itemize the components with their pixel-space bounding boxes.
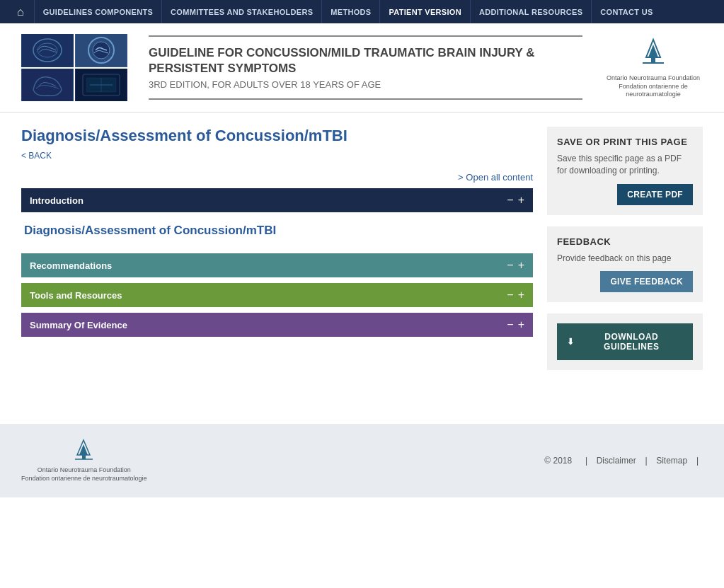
main-content: Diagnosis/Assessment of Concussion/mTBI … (21, 127, 533, 381)
svg-rect-12 (651, 57, 655, 63)
footer-links: © 2018 | Disclaimer | Sitemap | (540, 456, 703, 466)
disclaimer-link[interactable]: Disclaimer (597, 456, 636, 466)
feedback-description: Provide feedback on this page (557, 253, 693, 265)
save-print-description: Save this specific page as a PDF for dow… (557, 153, 693, 177)
save-print-card: SAVE OR PRINT THIS PAGE Save this specif… (547, 127, 703, 215)
section-controls-summary: − + (507, 318, 524, 331)
footer-separator-2: | (643, 456, 652, 466)
collapse-icon-recommendations[interactable]: − (507, 259, 513, 272)
brain-img-1 (21, 34, 74, 67)
download-guidelines-button[interactable]: ⬇ DOWNLOAD GUIDELINES (557, 323, 693, 360)
expand-icon-tools[interactable]: + (518, 289, 524, 301)
org-logo-icon (628, 36, 678, 71)
nav-item-guidelines-components[interactable]: GUIDELINES COMPONENTS (34, 0, 161, 23)
svg-point-5 (93, 42, 110, 59)
org-name-line2: Fondation ontarienne de neurotraumatolog… (604, 83, 703, 99)
section-label-introduction: Introduction (30, 195, 84, 206)
footer-separator-1: | (583, 456, 592, 466)
nav-item-additional-resources[interactable]: ADDITIONAL RESOURCES (470, 0, 591, 23)
copyright-text: © 2018 (544, 456, 572, 466)
create-pdf-button[interactable]: CREATE PDF (617, 184, 693, 205)
section-controls-introduction: − + (507, 194, 524, 207)
svg-rect-6 (22, 69, 73, 101)
brain-img-4 (75, 69, 127, 102)
section-bar-introduction[interactable]: Introduction − + (21, 188, 533, 212)
nav-item-patient-version[interactable]: PATIENT VERSION (379, 0, 470, 23)
save-print-title: SAVE OR PRINT THIS PAGE (557, 137, 693, 147)
navigation: ⌂ GUIDELINES COMPONENTS COMMITTEES AND S… (0, 0, 724, 23)
section-label-summary: Summary Of Evidence (30, 320, 127, 330)
footer-org-name2: Fondation ontarienne de neurotraumatolog… (21, 475, 147, 483)
nav-item-methods[interactable]: METHODS (321, 0, 379, 23)
brain-img-2 (75, 34, 127, 67)
collapse-icon-summary[interactable]: − (507, 318, 513, 331)
section-controls-recommendations: − + (507, 259, 524, 272)
page-footer: Ontario Neurotrauma Foundation Fondation… (0, 424, 724, 497)
footer-trailing: | (694, 456, 699, 466)
intro-content-text: Diagnosis/Assessment of Concussion/mTBI (21, 214, 533, 248)
give-feedback-button[interactable]: GIVE FEEDBACK (600, 271, 693, 292)
main-container: Diagnosis/Assessment of Concussion/mTBI … (0, 113, 724, 396)
brain-image-logo (21, 34, 127, 101)
download-label: DOWNLOAD GUIDELINES (580, 332, 684, 352)
expand-icon-introduction[interactable]: + (518, 194, 524, 207)
section-bar-tools[interactable]: Tools and Resources − + (21, 283, 533, 307)
guideline-title-block: GUIDELINE FOR CONCUSSION/MILD TRAUMATIC … (149, 35, 582, 100)
footer-org-name1: Ontario Neurotrauma Foundation (38, 466, 131, 475)
org-name-line1: Ontario Neurotrauma Foundation (607, 74, 700, 83)
footer-org-logo: Ontario Neurotrauma Foundation Fondation… (21, 438, 147, 483)
sidebar: SAVE OR PRINT THIS PAGE Save this specif… (547, 127, 703, 381)
expand-icon-recommendations[interactable]: + (518, 259, 524, 272)
section-label-recommendations: Recommendations (30, 260, 112, 271)
guideline-title: GUIDELINE FOR CONCUSSION/MILD TRAUMATIC … (149, 45, 582, 76)
sitemap-link[interactable]: Sitemap (656, 456, 687, 466)
section-controls-tools: − + (507, 289, 524, 301)
section-label-tools: Tools and Resources (30, 290, 122, 301)
back-link[interactable]: < BACK (21, 151, 52, 161)
nav-home-button[interactable]: ⌂ (7, 6, 34, 18)
download-card: ⬇ DOWNLOAD GUIDELINES (547, 313, 703, 370)
collapse-icon-introduction[interactable]: − (507, 194, 513, 207)
nav-item-contact-us[interactable]: CONTACT US (591, 0, 661, 23)
collapse-icon-tools[interactable]: − (507, 289, 513, 301)
download-icon: ⬇ (567, 337, 575, 347)
section-bar-recommendations[interactable]: Recommendations − + (21, 253, 533, 277)
brain-img-3 (21, 69, 74, 102)
page-header: GUIDELINE FOR CONCUSSION/MILD TRAUMATIC … (0, 23, 724, 113)
feedback-title: FEEDBACK (557, 236, 693, 247)
section-bar-summary[interactable]: Summary Of Evidence − + (21, 313, 533, 337)
svg-rect-16 (82, 455, 86, 459)
feedback-card: FEEDBACK Provide feedback on this page G… (547, 226, 703, 303)
open-all-button[interactable]: > Open all content (21, 172, 533, 183)
expand-icon-summary[interactable]: + (518, 318, 524, 331)
org-logo: Ontario Neurotrauma Foundation Fondation… (604, 36, 703, 99)
page-title: Diagnosis/Assessment of Concussion/mTBI (21, 127, 533, 145)
guideline-subtitle: 3RD EDITION, FOR ADULTS OVER 18 YEARS OF… (149, 79, 582, 90)
nav-item-committees[interactable]: COMMITTEES AND STAKEHOLDERS (161, 0, 321, 23)
